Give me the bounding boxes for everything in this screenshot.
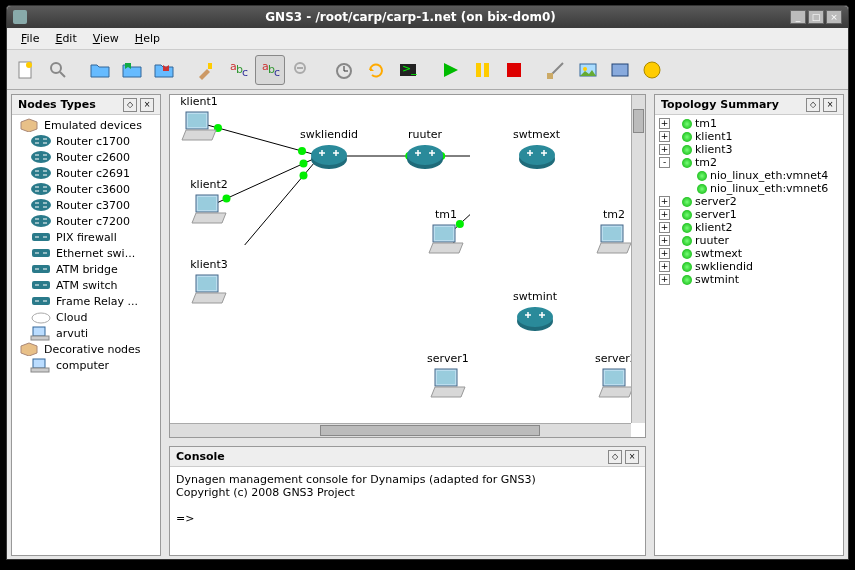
canvas-scrollbar-vertical[interactable] bbox=[631, 95, 645, 423]
refresh-button[interactable] bbox=[361, 55, 391, 85]
node-type-item[interactable]: PIX firewall bbox=[28, 229, 158, 245]
timer-button[interactable] bbox=[329, 55, 359, 85]
topology-item[interactable]: +swtmext bbox=[657, 247, 841, 260]
node-type-item[interactable]: ATM switch bbox=[28, 277, 158, 293]
svg-rect-22 bbox=[547, 73, 553, 79]
zoom-button[interactable] bbox=[43, 55, 73, 85]
canvas-node-klient3[interactable]: klient3 bbox=[190, 258, 228, 310]
decorative-nodes-category[interactable]: Decorative nodes bbox=[16, 341, 158, 357]
canvas-scrollbar-horizontal[interactable] bbox=[170, 423, 631, 437]
frame-icon bbox=[30, 294, 52, 308]
node-type-item[interactable]: Router c3600 bbox=[28, 181, 158, 197]
expand-toggle[interactable]: + bbox=[659, 261, 670, 272]
insert-image-button[interactable] bbox=[573, 55, 603, 85]
draw-line-button[interactable] bbox=[541, 55, 571, 85]
svg-point-26 bbox=[644, 62, 660, 78]
canvas-node-swkliendid[interactable]: swkliendid bbox=[300, 128, 358, 174]
node-type-item[interactable]: arvuti bbox=[28, 325, 158, 341]
svg-rect-91 bbox=[603, 227, 621, 240]
menu-edit[interactable]: Edit bbox=[47, 30, 84, 47]
panel-close-button[interactable]: × bbox=[140, 98, 154, 112]
topology-item[interactable]: -tm2 bbox=[657, 156, 841, 169]
svg-point-85 bbox=[407, 145, 443, 165]
canvas-node-tm1[interactable]: tm1 bbox=[427, 208, 465, 260]
topology-item[interactable]: +klient2 bbox=[657, 221, 841, 234]
console-output[interactable]: Dynagen management console for Dynamips … bbox=[170, 467, 645, 555]
panel-detach-button[interactable]: ◇ bbox=[123, 98, 137, 112]
topology-item[interactable]: +swkliendid bbox=[657, 260, 841, 273]
new-file-button[interactable] bbox=[11, 55, 41, 85]
topology-item[interactable]: +swtmint bbox=[657, 273, 841, 286]
canvas-node-tm2[interactable]: tm2 bbox=[595, 208, 633, 260]
expand-toggle[interactable]: + bbox=[659, 118, 670, 129]
expand-toggle[interactable]: + bbox=[659, 235, 670, 246]
topology-item[interactable]: +ruuter bbox=[657, 234, 841, 247]
canvas-node-server1[interactable]: server1 bbox=[427, 352, 469, 404]
svg-rect-36 bbox=[32, 281, 50, 289]
brush-button[interactable] bbox=[191, 55, 221, 85]
topology-item[interactable]: +klient3 bbox=[657, 143, 841, 156]
node-type-item[interactable]: ATM bridge bbox=[28, 261, 158, 277]
topology-item[interactable]: +tm1 bbox=[657, 117, 841, 130]
expand-toggle[interactable]: + bbox=[659, 196, 670, 207]
pix-icon bbox=[30, 230, 52, 244]
topology-close-button[interactable]: × bbox=[823, 98, 837, 112]
expand-toggle[interactable]: - bbox=[659, 157, 670, 168]
emulated-devices-category[interactable]: Emulated devices bbox=[16, 117, 158, 133]
zoom-out-button[interactable] bbox=[287, 55, 317, 85]
label-selected-button[interactable]: abc bbox=[255, 55, 285, 85]
pc-icon bbox=[429, 367, 467, 404]
export-button[interactable] bbox=[149, 55, 179, 85]
node-type-item[interactable]: Ethernet swi... bbox=[28, 245, 158, 261]
node-type-item[interactable]: Cloud bbox=[28, 309, 158, 325]
node-type-item[interactable]: computer bbox=[28, 357, 158, 373]
play-button[interactable] bbox=[435, 55, 465, 85]
svg-rect-20 bbox=[507, 63, 521, 77]
node-type-item[interactable]: Router c2600 bbox=[28, 149, 158, 165]
expand-toggle[interactable]: + bbox=[659, 222, 670, 233]
node-type-item[interactable]: Router c1700 bbox=[28, 133, 158, 149]
minimize-button[interactable]: _ bbox=[790, 10, 806, 24]
menu-file[interactable]: File bbox=[13, 30, 47, 47]
box-icon bbox=[18, 342, 40, 356]
topology-item[interactable]: +klient1 bbox=[657, 130, 841, 143]
expand-toggle[interactable]: + bbox=[659, 274, 670, 285]
topology-canvas[interactable]: klient1klient2klient3swkliendidruuterswt… bbox=[169, 94, 646, 438]
node-type-item[interactable]: Frame Relay ... bbox=[28, 293, 158, 309]
svg-line-3 bbox=[60, 72, 65, 77]
canvas-node-klient2[interactable]: klient2 bbox=[190, 178, 228, 230]
maximize-button[interactable]: □ bbox=[808, 10, 824, 24]
topology-child-item[interactable]: nio_linux_eth:vmnet4 bbox=[695, 169, 841, 182]
svg-point-30 bbox=[31, 183, 51, 195]
node-type-item[interactable]: Router c2691 bbox=[28, 165, 158, 181]
canvas-node-ruuter[interactable]: ruuter bbox=[405, 128, 445, 174]
save-button[interactable] bbox=[117, 55, 147, 85]
expand-toggle[interactable]: + bbox=[659, 131, 670, 142]
topology-child-item[interactable]: nio_linux_eth:vmnet6 bbox=[695, 182, 841, 195]
close-button[interactable]: × bbox=[826, 10, 842, 24]
canvas-node-klient1[interactable]: klient1 bbox=[180, 95, 218, 147]
node-type-item[interactable]: Router c7200 bbox=[28, 213, 158, 229]
circle-button[interactable] bbox=[637, 55, 667, 85]
rectangle-button[interactable] bbox=[605, 55, 635, 85]
expand-toggle[interactable]: + bbox=[659, 144, 670, 155]
expand-toggle[interactable]: + bbox=[659, 248, 670, 259]
console-detach-button[interactable]: ◇ bbox=[608, 450, 622, 464]
label-button[interactable]: abc bbox=[223, 55, 253, 85]
terminal-button[interactable]: >_ bbox=[393, 55, 423, 85]
canvas-node-swtmint[interactable]: swtmint bbox=[513, 290, 557, 336]
canvas-node-swtmext[interactable]: swtmext bbox=[513, 128, 560, 174]
menu-help[interactable]: Help bbox=[127, 30, 168, 47]
expand-toggle[interactable]: + bbox=[659, 209, 670, 220]
status-dot-icon bbox=[682, 132, 692, 142]
stop-button[interactable] bbox=[499, 55, 529, 85]
console-close-button[interactable]: × bbox=[625, 450, 639, 464]
node-type-item[interactable]: Router c3700 bbox=[28, 197, 158, 213]
open-button[interactable] bbox=[85, 55, 115, 85]
pause-button[interactable] bbox=[467, 55, 497, 85]
title-bar[interactable]: GNS3 - /root/carp/carp-1.net (on bix-dom… bbox=[7, 6, 848, 28]
topology-detach-button[interactable]: ◇ bbox=[806, 98, 820, 112]
topology-item[interactable]: +server1 bbox=[657, 208, 841, 221]
topology-item[interactable]: +server2 bbox=[657, 195, 841, 208]
menu-view[interactable]: View bbox=[85, 30, 127, 47]
